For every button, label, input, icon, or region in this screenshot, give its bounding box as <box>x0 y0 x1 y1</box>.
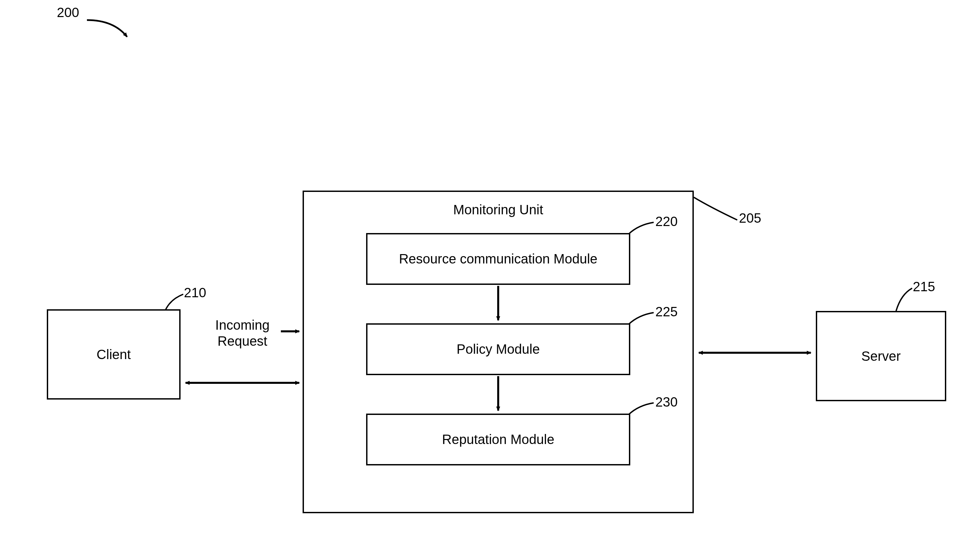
client-label: Client <box>97 347 131 362</box>
reputation-module-box: Reputation Module <box>366 414 630 465</box>
server-label: Server <box>861 349 901 364</box>
monitoring-unit-ref: 205 <box>739 211 761 226</box>
resource-module-ref: 220 <box>655 214 678 229</box>
monitoring-unit-title: Monitoring Unit <box>431 202 565 217</box>
resource-module-label: Resource communication Module <box>399 252 598 266</box>
reputation-module-label: Reputation Module <box>442 432 554 447</box>
figure-ref-200: 200 <box>57 5 79 20</box>
policy-module-label: Policy Module <box>457 342 540 357</box>
server-box: Server <box>816 311 946 401</box>
incoming-request-label: Incoming Request <box>199 317 286 349</box>
server-ref: 215 <box>913 279 935 294</box>
policy-module-ref: 225 <box>655 304 678 319</box>
client-ref: 210 <box>184 285 206 300</box>
policy-module-box: Policy Module <box>366 323 630 375</box>
resource-module-box: Resource communication Module <box>366 233 630 285</box>
reputation-module-ref: 230 <box>655 395 678 409</box>
client-box: Client <box>47 309 181 400</box>
